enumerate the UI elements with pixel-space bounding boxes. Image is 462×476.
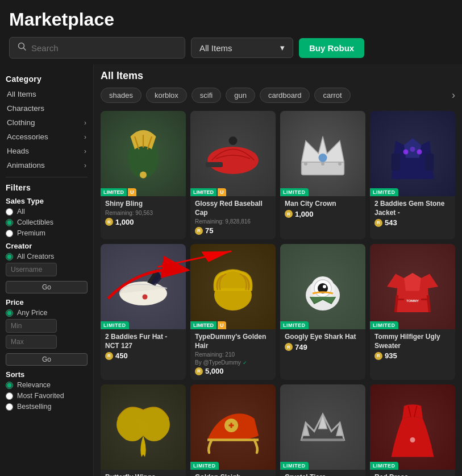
price-value: 75 (205, 226, 213, 235)
sidebar: Category All Items Characters Clothing ›… (0, 64, 94, 476)
search-input[interactable] (31, 43, 177, 53)
sidebar-item-all-items[interactable]: All Items (6, 87, 88, 101)
price-any[interactable]: Any Price (6, 309, 88, 317)
sales-type-collectibles[interactable]: Collectibles (6, 218, 88, 226)
sales-type-premium-radio[interactable] (6, 230, 13, 237)
item-image (289, 253, 357, 321)
limited-u-badge: LIMITED U (190, 321, 226, 329)
item-card-crystal-tiara[interactable]: LIMITED Crystal Tiara (280, 384, 365, 476)
search-box[interactable] (9, 37, 185, 59)
limited-badge: LIMITED (280, 462, 309, 470)
limited-u-badge: LIMITED U (190, 188, 226, 196)
price-min-input[interactable] (6, 319, 57, 333)
item-thumbnail: LIMITED U (101, 111, 186, 196)
sidebar-item-accessories[interactable]: Accessories › (6, 130, 88, 144)
limited-badge: LIMITED (280, 188, 309, 196)
item-price: R 1,000 (285, 210, 361, 218)
tag-cardboard[interactable]: cardboard (260, 88, 310, 103)
verified-icon: ✓ (243, 360, 247, 366)
item-price: R 543 (374, 218, 451, 227)
item-card-glossy-red-baseball-cap[interactable]: LIMITED U Glossy Red Baseball Cap Remain… (190, 111, 276, 239)
robux-icon: R (285, 210, 293, 218)
all-items-dropdown[interactable]: All Items ▾ (191, 38, 293, 58)
limited-badge: LIMITED (370, 321, 398, 329)
sales-type-label: Sales Type (6, 197, 88, 205)
item-card-2-baddies-fur-hat[interactable]: LIMITED 2 Baddies Fur Hat - NCT 127 R 45… (101, 244, 186, 380)
item-card-man-city-crown[interactable]: LIMITED Man City Crown R 1,000 (280, 111, 365, 239)
item-card-butterfly-wings[interactable]: Butterfly Wings (101, 384, 186, 476)
svg-point-13 (338, 162, 342, 165)
creator-group: All Creators (6, 253, 88, 260)
sort-most-favorited[interactable]: Most Favorited (6, 392, 88, 400)
category-title: Category (6, 74, 88, 84)
item-thumbnail: LIMITED (190, 384, 276, 470)
limited-badge: LIMITED (101, 321, 129, 329)
sidebar-item-animations[interactable]: Animations › (6, 158, 88, 172)
price-any-label: Any Price (17, 309, 48, 317)
item-image (109, 119, 177, 188)
item-card-golden-sleigh[interactable]: LIMITED Golden Sleigh (190, 384, 276, 476)
sales-type-group: All Collectibles Premium (6, 208, 88, 237)
item-image: TOMMY (378, 253, 447, 321)
sales-type-all-radio[interactable] (6, 208, 13, 216)
sales-type-collectibles-radio[interactable] (6, 219, 13, 226)
sort-bestselling[interactable]: Bestselling (6, 403, 88, 411)
username-input[interactable] (6, 263, 57, 276)
item-creator: By @TypeDummy ✓ (195, 359, 271, 366)
tag-shades[interactable]: shades (101, 88, 141, 103)
robux-icon: R (105, 352, 113, 360)
limited-badge: LIMITED (190, 462, 219, 470)
price-value: 1,000 (115, 218, 134, 226)
sidebar-item-characters[interactable]: Characters (6, 101, 88, 115)
tag-korblox[interactable]: korblox (146, 88, 187, 103)
item-image (199, 393, 267, 461)
buy-robux-button[interactable]: Buy Robux (299, 38, 364, 58)
item-info: Shiny Bling Remaining: 90,563 R 1,000 (101, 196, 186, 231)
sidebar-item-clothing[interactable]: Clothing › (6, 115, 88, 130)
sidebar-item-heads[interactable]: Heads › (6, 144, 88, 158)
svg-point-11 (304, 162, 307, 165)
item-card-shiny-bling[interactable]: LIMITED U Shiny Bling Remaining: 90,563 … (101, 111, 186, 239)
header: Marketplace All Items ▾ Buy Robux (0, 0, 462, 64)
creator-all-radio[interactable] (6, 253, 13, 260)
item-name: Butterfly Wings (105, 473, 181, 476)
tags-next-icon[interactable]: › (452, 89, 455, 101)
item-info: Glossy Red Baseball Cap Remaining: 9,828… (190, 196, 276, 239)
item-image (199, 119, 267, 188)
creator-go-button[interactable]: Go (6, 281, 88, 293)
tag-scifi[interactable]: scifi (192, 88, 221, 103)
item-card-typedummy-golden-hair[interactable]: LIMITED U TypeDummy's Golden Hair Remain… (190, 244, 276, 380)
price-max-input[interactable] (6, 335, 57, 349)
item-info: 2 Baddies Gem Stone Jacket - R 543 (370, 196, 455, 231)
tag-carrot[interactable]: carrot (314, 88, 350, 103)
item-card-googly-eye-shark-hat[interactable]: LIMITED Googly Eye Shark Hat R 749 (280, 244, 365, 380)
creator-input-row: Go (6, 263, 88, 293)
item-thumbnail: LIMITED (280, 384, 365, 470)
price-go-button[interactable]: Go (6, 353, 88, 366)
item-name: TypeDummy's Golden Hair (195, 333, 271, 350)
creator-all[interactable]: All Creators (6, 253, 88, 260)
item-card-2-baddies-gem-stone-jacket[interactable]: LIMITED 2 Baddies Gem Stone Jacket - R 5… (370, 111, 455, 239)
item-card-tommy-hilfiger-ugly-sweater[interactable]: TOMMY LIMITED Tommy Hilfiger Ugly Sweate… (370, 244, 455, 380)
svg-rect-14 (392, 154, 400, 171)
item-thumbnail: LIMITED (101, 244, 186, 329)
item-thumbnail: LIMITED (370, 384, 455, 470)
svg-point-16 (403, 150, 409, 155)
sidebar-item-label: All Items (7, 90, 36, 98)
item-price: R 935 (374, 351, 451, 360)
price-any-radio[interactable] (6, 309, 13, 317)
item-info: TypeDummy's Golden Hair Remaining: 210 B… (190, 329, 276, 380)
sales-type-all[interactable]: All (6, 208, 88, 216)
tag-gun[interactable]: gun (226, 88, 255, 103)
item-card-red-dress[interactable]: LIMITED Red Dress (370, 384, 455, 476)
sort-bestselling-radio[interactable] (6, 403, 13, 411)
item-thumbnail: LIMITED (280, 111, 365, 196)
sort-most-favorited-radio[interactable] (6, 392, 13, 400)
svg-point-17 (410, 147, 415, 152)
sales-type-premium[interactable]: Premium (6, 229, 88, 237)
items-grid: LIMITED U Shiny Bling Remaining: 90,563 … (101, 111, 455, 476)
robux-icon: R (105, 218, 113, 226)
sort-relevance[interactable]: Relevance (6, 381, 88, 389)
item-info: Crystal Tiara (280, 470, 365, 476)
sort-relevance-radio[interactable] (6, 382, 13, 389)
